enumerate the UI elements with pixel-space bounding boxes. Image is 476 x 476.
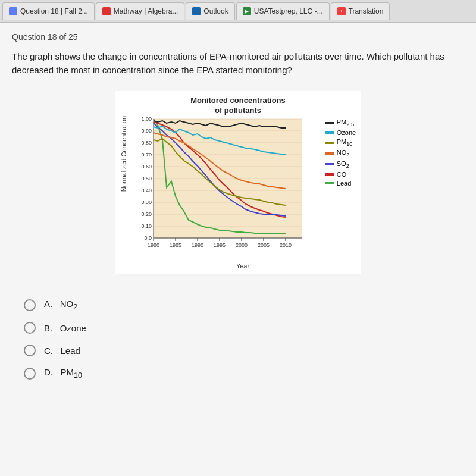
- legend-no2: NO2: [325, 149, 356, 158]
- chart-legend: PM2.5 Ozone PM10: [325, 116, 356, 187]
- legend-color-lead: [325, 182, 334, 184]
- chart-container: Monitored concentrations of pollutants N…: [12, 91, 464, 274]
- legend-color-pm25: [325, 122, 334, 124]
- answer-option-c[interactable]: C. Lead: [24, 345, 464, 356]
- chart-svg: 1.00 0.90 0.80 0.70 0.60 0.50 0.40 0.30 …: [130, 116, 320, 261]
- chart-area: Normalized Concentration: [120, 116, 356, 270]
- svg-text:0.80: 0.80: [141, 140, 152, 146]
- answer-option-a[interactable]: A. NO2: [24, 299, 464, 311]
- chart-main: 1.00 0.90 0.80 0.70 0.60 0.50 0.40 0.30 …: [130, 116, 356, 270]
- page-content: Question 18 of 25 The graph shows the ch…: [0, 23, 476, 476]
- svg-text:0.70: 0.70: [141, 152, 152, 158]
- divider: [12, 289, 464, 289]
- legend-ozone: Ozone: [325, 129, 356, 136]
- svg-text:1980: 1980: [148, 242, 159, 248]
- svg-text:0.20: 0.20: [141, 211, 152, 217]
- svg-text:2010: 2010: [280, 242, 292, 248]
- radio-c[interactable]: [24, 345, 36, 356]
- tab-icon-usa: ▶: [243, 7, 251, 15]
- svg-text:2000: 2000: [236, 242, 248, 248]
- y-axis-label: Normalized Concentration: [120, 116, 127, 192]
- tab-outlook[interactable]: Outlook: [186, 2, 234, 20]
- svg-text:1995: 1995: [214, 242, 226, 248]
- chart-wrapper: Monitored concentrations of pollutants N…: [115, 91, 361, 274]
- chart-and-legend: 1.00 0.90 0.80 0.70 0.60 0.50 0.40 0.30 …: [130, 116, 356, 261]
- tab-mathway[interactable]: Mathway | Algebra...: [96, 2, 185, 20]
- svg-text:1.00: 1.00: [141, 116, 152, 122]
- chart-title-line2: of pollutants: [120, 106, 356, 115]
- legend-pm25: PM2.5: [325, 118, 356, 127]
- legend-color-co: [325, 173, 334, 176]
- answer-label-b: B. Ozone: [44, 323, 86, 333]
- legend-color-so2: [325, 163, 334, 165]
- legend-label-no2: NO2: [337, 149, 350, 158]
- answer-option-b[interactable]: B. Ozone: [24, 322, 464, 334]
- legend-pm10: PM10: [325, 138, 356, 147]
- legend-color-no2: [325, 152, 334, 155]
- legend-co: CO: [325, 171, 356, 178]
- tab-icon-outlook: [192, 7, 201, 15]
- tab-q18[interactable]: Question 18 | Fall 2...: [2, 2, 95, 20]
- radio-b[interactable]: [24, 322, 36, 334]
- svg-text:0.50: 0.50: [141, 176, 152, 181]
- svg-text:0.90: 0.90: [141, 128, 152, 134]
- radio-a[interactable]: [24, 299, 36, 311]
- legend-lead: Lead: [325, 180, 356, 187]
- svg-text:0.10: 0.10: [141, 223, 152, 229]
- svg-text:0.60: 0.60: [141, 164, 152, 170]
- chart-svg-element: 1.00 0.90 0.80 0.70 0.60 0.50 0.40 0.30 …: [130, 116, 320, 259]
- tab-label-outlook: Outlook: [203, 7, 228, 15]
- legend-label-ozone: Ozone: [337, 129, 356, 136]
- legend-so2: SO2: [325, 160, 356, 169]
- tab-translation[interactable]: + Translation: [331, 2, 390, 20]
- svg-text:0.0: 0.0: [144, 235, 152, 241]
- question-number: Question 18 of 25: [12, 32, 464, 42]
- legend-color-ozone: [325, 131, 334, 134]
- answer-label-d: D. PM10: [44, 367, 82, 380]
- tab-icon-mathway: [102, 7, 111, 15]
- tab-label-q18: Question 18 | Fall 2...: [20, 7, 88, 15]
- answer-options: A. NO2 B. Ozone C. Lead D. PM10: [12, 299, 464, 380]
- answer-label-a: A. NO2: [44, 299, 77, 311]
- svg-text:0.40: 0.40: [141, 187, 152, 193]
- svg-text:0.30: 0.30: [141, 199, 152, 205]
- svg-text:2005: 2005: [258, 242, 270, 248]
- tab-label-translation: Translation: [349, 7, 384, 15]
- svg-text:1990: 1990: [192, 242, 203, 248]
- legend-color-pm10: [325, 142, 334, 144]
- legend-label-pm25: PM2.5: [337, 118, 354, 127]
- answer-option-d[interactable]: D. PM10: [24, 367, 464, 380]
- tab-icon-translation: +: [337, 7, 346, 15]
- chart-title-line1: Monitored concentrations: [120, 96, 356, 105]
- radio-d[interactable]: [24, 368, 36, 380]
- legend-label-so2: SO2: [337, 160, 349, 169]
- answer-label-c: C. Lead: [44, 346, 80, 356]
- tab-label-usa: USATestprep, LLC -...: [254, 7, 323, 15]
- tab-bar: Question 18 | Fall 2... Mathway | Algebr…: [0, 0, 476, 23]
- legend-label-co: CO: [337, 171, 347, 178]
- question-text: The graph shows the change in concentrat…: [12, 50, 464, 77]
- tab-icon-q18: [9, 7, 17, 15]
- svg-text:1985: 1985: [170, 242, 181, 248]
- legend-label-lead: Lead: [337, 180, 351, 187]
- tab-usa[interactable]: ▶ USATestprep, LLC -...: [236, 2, 330, 20]
- legend-label-pm10: PM10: [337, 138, 353, 147]
- x-axis-label: Year: [236, 262, 249, 270]
- tab-label-mathway: Mathway | Algebra...: [114, 7, 178, 15]
